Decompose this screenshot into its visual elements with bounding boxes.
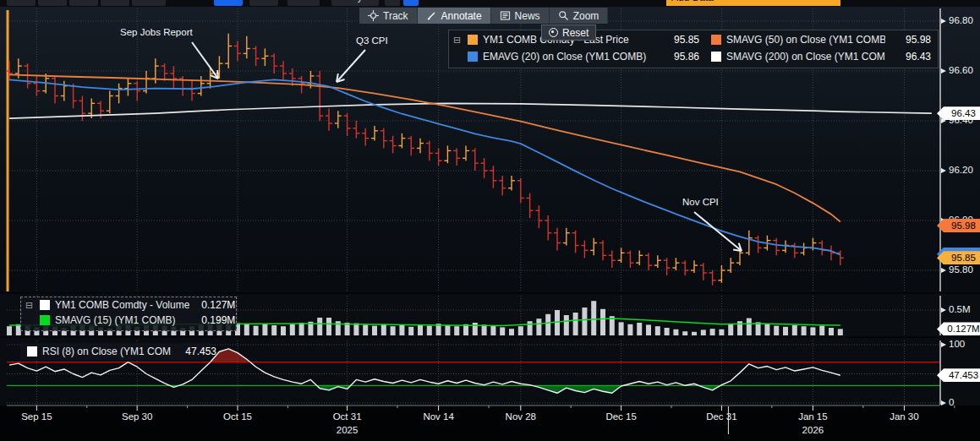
volume-bar — [490, 326, 495, 335]
y-axis-tick-arrow — [941, 68, 946, 74]
rsi-axis-label: 100 — [949, 339, 965, 349]
rsi-legend[interactable]: RSI (8) on Close (YM1 COMB) 47.453 — [20, 343, 210, 360]
volume-bar — [363, 324, 368, 335]
edit-chart-button[interactable]: Edit Chart — [878, 0, 923, 6]
zoom-label: Zoom — [573, 10, 599, 22]
volume-bar — [473, 323, 478, 335]
reset-target-icon — [549, 28, 558, 37]
collapse-icon[interactable]: « — [846, 0, 851, 6]
annotate-button[interactable]: Annotate — [418, 8, 491, 24]
volume-bar — [271, 325, 276, 335]
track-label: Track — [383, 10, 408, 22]
volume-bar — [254, 326, 259, 335]
volume-smavg-swatch — [40, 315, 50, 325]
period-button-ytd[interactable]: YTD — [132, 0, 166, 6]
smavg200-label: SMAVG (200) on Close (YM1 COMB) — [726, 51, 885, 63]
smavg50-label: SMAVG (50) on Close (YM1 COMB) — [726, 34, 885, 46]
annotation-arrow-head — [217, 70, 218, 79]
news-button[interactable]: News — [491, 8, 550, 24]
x-axis-label: Nov 28 — [506, 411, 536, 422]
settings-icon[interactable]: ≡ — [945, 0, 951, 6]
annotation-sep-jobs-report[interactable]: Sep Jobs Report — [120, 27, 193, 37]
price-axis-label: 96.20 — [949, 165, 973, 175]
zoom-button[interactable]: Zoom — [550, 8, 609, 24]
volume-bar — [627, 324, 632, 335]
legend-row-volume[interactable]: ⊟ YM1 COMB Comdty - Volume 0.127M — [21, 299, 240, 311]
period-button-1m[interactable]: 1M — [69, 0, 98, 6]
draw-icon[interactable]: ∕ — [861, 0, 862, 6]
x-axis-year-label: 2025 — [337, 425, 359, 435]
volume-bar — [756, 322, 761, 335]
smavg200-value: 96.43 — [890, 51, 931, 63]
volume-bar — [372, 326, 377, 335]
candlestick-chart-icon[interactable] — [403, 0, 419, 6]
legend-row-volume-smavg[interactable]: SMAVG (15) (YM1 COMB) 0.199M — [21, 314, 240, 326]
price-axis-label: 95.80 — [949, 264, 973, 275]
track-button[interactable]: Track — [359, 8, 418, 24]
volume-bar — [701, 329, 706, 335]
table-tab[interactable]: Table — [427, 0, 452, 6]
volume-bar — [509, 329, 514, 335]
volume-legend-collapse-icon[interactable]: ⊟ — [25, 300, 33, 311]
volume-axis-label: 0.5M — [949, 304, 971, 314]
legend-row-smavg200[interactable]: SMAVG (200) on Close (YM1 COMB) 96.43 — [704, 51, 936, 63]
chart-application-window: 1D 3D 1M 6M YTD 1Y 5Y Max Daily ▾ Table … — [0, 0, 980, 441]
volume-bar — [336, 321, 341, 335]
annotation-arrow-line — [694, 212, 742, 251]
annotation-arrow-line — [337, 50, 365, 82]
rsi-label: RSI (8) on Close (YM1 COMB) — [42, 346, 171, 357]
volume-bar — [591, 301, 596, 335]
price-legend[interactable]: ⊟ YM1 COMB Comdty - Last Price 95.85 EMA… — [448, 30, 939, 68]
volume-bar — [518, 326, 523, 335]
price-axis-label: 96.60 — [949, 65, 973, 75]
y-axis-tick-arrow — [941, 308, 946, 313]
volume-bar — [500, 327, 505, 335]
period-button-6m[interactable]: 6M — [101, 0, 129, 6]
volume-bar — [819, 326, 824, 335]
line-chart-icon[interactable] — [385, 0, 400, 6]
volume-swatch — [40, 300, 50, 310]
volume-bar — [792, 325, 797, 335]
y-axis-tick-arrow — [941, 268, 946, 273]
volume-bar — [838, 329, 843, 335]
x-axis-label: Nov 14 — [423, 411, 453, 422]
frequency-dropdown[interactable]: Daily ▾ — [331, 0, 379, 6]
volume-bar — [719, 329, 724, 335]
legend-collapse-icon[interactable]: ⊟ — [453, 35, 461, 46]
period-button-max[interactable]: Max — [287, 0, 320, 6]
add-data-input[interactable]: Add Data — [666, 0, 840, 6]
period-button-3d[interactable]: 3D — [38, 0, 67, 6]
volume-bar — [290, 324, 295, 335]
reset-button[interactable]: Reset — [541, 24, 596, 41]
y-axis-tick-arrow — [941, 400, 946, 406]
period-button-1d[interactable]: 1D — [7, 0, 36, 6]
legend-row-rsi[interactable]: RSI (8) on Close (YM1 COMB) 47.453 — [20, 346, 222, 357]
period-button-5y[interactable]: 5Y — [249, 0, 278, 6]
volume-bar — [408, 327, 413, 335]
x-axis-label: Jan 15 — [798, 411, 828, 422]
annotation-q3-cpi[interactable]: Q3 CPI — [356, 35, 388, 46]
rsi-swatch — [27, 346, 37, 357]
volume-bar — [317, 318, 322, 335]
y-axis-tick-arrow — [941, 342, 946, 347]
top-toolbar: 1D 3D 1M 6M YTD 1Y 5Y Max Daily ▾ Table … — [0, 0, 980, 7]
legend-row-smavg50[interactable]: SMAVG (50) on Close (YM1 COMB) 95.98 — [704, 34, 936, 46]
volume-bar — [637, 323, 642, 335]
volume-bar — [673, 329, 678, 335]
volume-bar — [747, 318, 752, 335]
volume-bar — [665, 328, 670, 335]
period-button-1y-selected[interactable]: 1Y — [214, 0, 243, 6]
annotation-nov-cpi[interactable]: Nov CPI — [682, 197, 719, 207]
volume-bar — [829, 328, 834, 335]
smavg50-value: 95.98 — [890, 34, 931, 46]
volume-label: YM1 COMB Comdty - Volume — [55, 299, 189, 311]
x-axis-year-label: 2026 — [802, 425, 824, 435]
volume-legend[interactable]: ⊟ YM1 COMB Comdty - Volume 0.127M SMAVG … — [20, 297, 237, 331]
volume-bar — [299, 323, 304, 335]
legend-row-emavg20[interactable]: EMAVG (20) on Close (YM1 COMB) 95.86 — [449, 51, 704, 63]
x-axis-label: Oct 15 — [223, 411, 252, 422]
annotate-label: Annotate — [441, 10, 482, 22]
expand-icon[interactable]: ⊞ — [966, 0, 974, 6]
volume-value: 0.127M — [194, 299, 235, 311]
volume-bar — [281, 326, 286, 335]
